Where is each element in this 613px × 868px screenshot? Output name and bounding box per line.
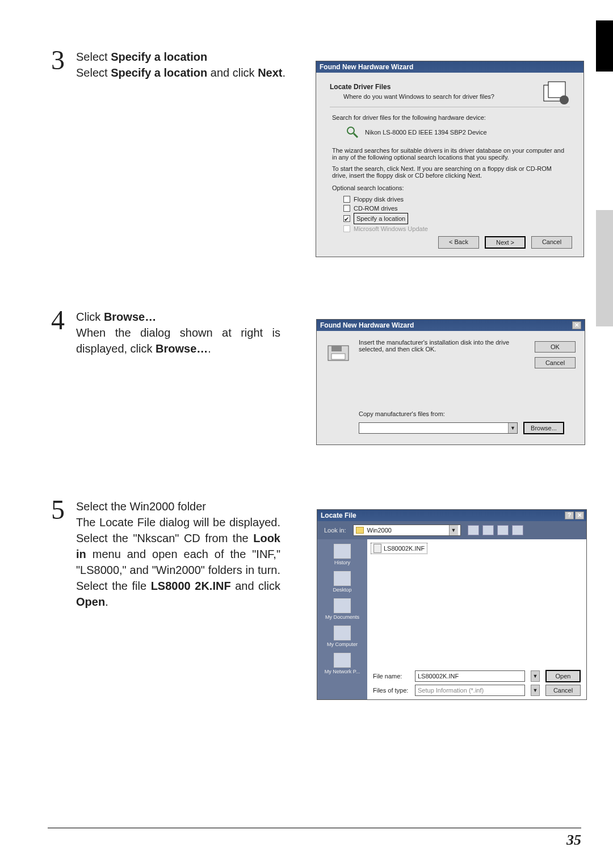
dialog2-message: Insert the manufacturer's installation d… [359,339,523,353]
filetype-input[interactable]: Setup Information (*.inf) [415,685,525,696]
place-label: History [334,560,350,565]
dialog1-buttons: < Back Next > Cancel [438,236,572,249]
checkbox-icon[interactable] [343,205,350,212]
step-number-3: 3 [51,47,65,74]
dropdown-arrow-icon[interactable]: ▼ [508,423,517,433]
opt-cdrom-label: CD-ROM drives [354,204,398,213]
step4-title: Click Browse… [76,309,280,325]
close-icon[interactable]: ✕ [572,321,581,329]
device-name: Nikon LS-8000 ED IEEE 1394 SBP2 Device [365,129,487,136]
wizard-para2: To start the search, click Next. If you … [332,165,568,179]
step3-body: Select Specify a location and click Next… [76,65,314,81]
svg-point-3 [347,127,354,134]
option-list: Floppy disk drives CD-ROM drives Specify… [343,195,568,233]
dialog3-titlebar: Locate File ? ✕ [317,510,586,521]
dialog1-titlebar: Found New Hardware Wizard [316,61,583,73]
next-button[interactable]: Next > [485,236,526,249]
lookin-value: Win2000 [367,527,392,534]
file-list-area[interactable]: LS80002K.INF File name: LS80002K.INF ▼ O… [367,539,586,699]
documents-icon [334,598,351,613]
device-row: Nikon LS-8000 ED IEEE 1394 SBP2 Device [346,125,568,139]
side-tab-black [596,20,613,72]
step5-body: The Locate File dialog will be displayed… [76,514,280,610]
dropdown-arrow-icon[interactable]: ▼ [531,670,540,682]
step4-body-suffix: . [208,342,211,355]
opt-floppy[interactable]: Floppy disk drives [343,195,568,204]
copy-from-combo[interactable]: ▼ [359,422,518,434]
dialog2-title: Found New Hardware Wizard [320,321,414,329]
step5-b4: . [105,596,108,608]
floppy-disk-icon [327,345,350,362]
filetype-row: Files of type: Setup Information (*.inf)… [373,685,581,696]
filetype-value: Setup Information (*.inf) [418,687,484,694]
place-history[interactable]: History [320,544,365,565]
driver-icon [543,81,570,106]
step4-body: When the dialog shown at right is displa… [76,325,280,357]
step5-bold3: Open [76,596,105,608]
dialog1-question: Where do you want Windows to search for … [343,93,570,100]
view-menu-icon[interactable] [512,525,523,535]
browse-button[interactable]: Browse... [523,422,564,434]
file-item-ls80002k[interactable]: LS80002K.INF [371,543,427,554]
ok-button[interactable]: OK [535,341,576,353]
back-arrow-icon[interactable] [468,525,479,535]
filename-value: LS80002K.INF [418,673,459,680]
opt-specify[interactable]: Specify a location [343,213,568,224]
divider [330,107,570,107]
inf-file-icon [373,544,381,553]
step5-b1: The Locate File dialog will be displayed… [76,516,280,544]
place-mydocuments[interactable]: My Documents [320,598,365,620]
dialog1-body: Locate Driver Files Where do you want Wi… [316,73,583,255]
place-label: My Network P... [325,669,360,674]
network-icon [334,653,351,668]
new-folder-icon[interactable] [497,525,509,535]
dropdown-arrow-icon[interactable]: ▼ [531,685,540,696]
svg-rect-7 [331,354,345,359]
place-mycomputer[interactable]: My Computer [320,626,365,647]
step4-title-bold: Browse… [104,311,156,323]
help-icon[interactable]: ? [565,511,574,519]
document-page: 3 Select Specify a location Select Speci… [0,0,613,868]
back-button[interactable]: < Back [438,236,479,249]
optional-label: Optional search locations: [332,184,568,191]
dialog2-titlebar: Found New Hardware Wizard ✕ [317,320,585,331]
insert-disk-dialog: Found New Hardware Wizard ✕ Insert the m… [316,319,585,445]
step5-b3: and click [231,580,280,592]
step4-body-bold: Browse… [156,342,208,355]
cancel-button[interactable]: Cancel [545,685,581,696]
place-network[interactable]: My Network P... [320,653,365,674]
opt-windows-update: Microsoft Windows Update [343,224,568,233]
open-button[interactable]: Open [545,670,581,682]
step3-text: Select Specify a location Select Specify… [76,49,314,81]
desktop-icon [334,571,351,586]
place-desktop[interactable]: Desktop [320,571,365,593]
dropdown-arrow-icon[interactable]: ▼ [449,525,458,535]
checkbox-checked-icon[interactable] [343,215,350,222]
svg-point-2 [560,95,569,104]
cancel-button[interactable]: Cancel [535,357,576,368]
step5-text: Select the Win2000 folder The Locate Fil… [76,498,280,610]
step3-body-mid: and click [207,66,258,79]
step3-title-bold: Specify a location [111,51,207,63]
history-icon [334,544,351,559]
svg-rect-1 [548,82,565,98]
checkbox-icon[interactable] [343,196,350,203]
step5-bold2: LS8000 2K.INF [151,580,231,592]
opt-cdrom[interactable]: CD-ROM drives [343,204,568,213]
step3-body-pre: Select [76,66,111,79]
step4-text: Click Browse… When the dialog shown at r… [76,309,280,357]
cancel-button[interactable]: Cancel [531,236,572,249]
close-icon[interactable]: ✕ [575,511,584,519]
step3-body-suffix: . [283,66,286,79]
dialog3-body: History Desktop My Documents My Computer… [317,539,586,699]
wizard-para1: The wizard searches for suitable drivers… [332,147,568,161]
lookin-combo[interactable]: Win2000 ▼ [353,525,461,536]
opt-specify-label: Specify a location [354,213,408,224]
locate-file-dialog: Locate File ? ✕ Look in: Win2000 ▼ Histo [317,509,587,700]
up-folder-icon[interactable] [482,525,494,535]
copy-from-row: ▼ Browse... [359,422,564,434]
opt-floppy-label: Floppy disk drives [354,195,404,204]
dialog2-right-buttons: OK Cancel [535,341,576,368]
step4-title-pre: Click [76,311,104,323]
filename-input[interactable]: LS80002K.INF [415,670,525,682]
